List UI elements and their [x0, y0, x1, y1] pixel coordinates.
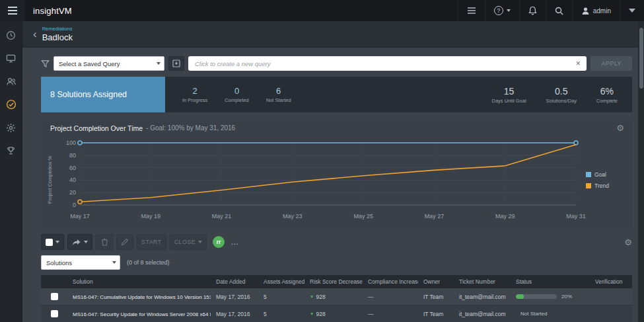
svg-text:20: 20 [69, 189, 76, 196]
sidebar-item-goals[interactable] [5, 145, 18, 157]
status-progress-bar [516, 294, 557, 299]
page-title: Badlock [42, 32, 73, 42]
chart-legend: Goal Trend [586, 136, 627, 223]
query-input[interactable] [188, 56, 587, 71]
start-button[interactable]: START [137, 234, 166, 250]
chart-panel: Project Completion Over Time - Goal: 100… [41, 118, 632, 227]
notifications-button[interactable] [519, 0, 546, 21]
column-header[interactable]: Owner [418, 278, 454, 285]
help-button[interactable]: ? [485, 0, 519, 21]
compliance-cell: — [363, 311, 418, 317]
column-header[interactable]: Status [511, 278, 590, 285]
table-row[interactable]: MS16-047: Security Update for Windows Se… [41, 305, 632, 322]
sidebar-item-remediations[interactable] [5, 99, 18, 110]
solutions-toolbar: START CLOSE IT … ⚙ [41, 234, 632, 250]
chart-title: Project Completion Over Time [50, 124, 143, 132]
sidebar-item-history[interactable] [5, 29, 18, 41]
view-select[interactable]: Solutions [41, 255, 120, 270]
monitor-icon [6, 54, 16, 63]
table-body: MS16-047: Cumulative Update for Windows … [41, 288, 632, 322]
more-options-icon[interactable]: … [228, 237, 242, 247]
svg-text:May 31: May 31 [566, 213, 586, 220]
apply-button[interactable]: APPLY [590, 56, 632, 71]
users-icon [6, 77, 17, 87]
column-header[interactable]: Risk Score Decrease [304, 278, 363, 285]
user-menu-button[interactable]: admin [572, 0, 620, 21]
row-checkbox[interactable] [51, 293, 58, 300]
task-list-button[interactable] [458, 0, 485, 21]
chart-y-axis-label: Project Completion % [45, 136, 54, 223]
select-all-dropdown[interactable] [41, 234, 64, 250]
save-icon [172, 60, 180, 67]
pencil-icon [121, 238, 129, 246]
back-chevron-icon[interactable]: ‹ [28, 28, 42, 40]
column-header[interactable]: Date Added [211, 278, 258, 285]
hamburger-menu-icon[interactable] [0, 0, 25, 21]
svg-text:May 17: May 17 [70, 213, 90, 220]
risk-decrease-icon: ▼ [310, 311, 314, 316]
assign-dropdown[interactable] [67, 234, 92, 250]
panel-collapse-button[interactable] [620, 0, 644, 21]
search-button[interactable] [546, 0, 572, 21]
date-added-cell: May 17, 2016 [211, 311, 258, 317]
filter-icon [41, 60, 50, 68]
solutions-table: SolutionDate AddedAssets AssignedRisk Sc… [41, 275, 632, 322]
chevron-down-icon [629, 9, 635, 13]
svg-text:May 25: May 25 [353, 213, 373, 220]
column-header[interactable]: Solution [67, 278, 211, 285]
table-controls: Solutions (0 of 8 selected) [41, 255, 632, 270]
stat-in-progress: 2 In Progress [182, 86, 207, 103]
svg-text:0: 0 [73, 202, 76, 208]
trash-icon [101, 238, 108, 246]
stat-solutions-per-day: 0.5 Solutions/Day [546, 86, 577, 104]
user-icon [581, 7, 590, 15]
svg-text:May 23: May 23 [283, 213, 303, 220]
table-row[interactable]: MS16-047: Cumulative Update for Windows … [41, 288, 632, 305]
solution-cell[interactable]: MS16-047: Security Update for Windows Se… [67, 311, 211, 317]
svg-text:May 21: May 21 [212, 213, 232, 220]
breadcrumb[interactable]: Remediations [42, 26, 73, 32]
status-text: Not Started [520, 311, 547, 317]
owner-cell: IT Team [418, 294, 454, 300]
chart-settings-gear-icon[interactable]: ⚙ [616, 124, 624, 132]
clear-query-icon[interactable]: × [572, 58, 584, 69]
bell-icon [528, 6, 537, 15]
table-settings-gear-icon[interactable]: ⚙ [624, 238, 632, 247]
column-header[interactable]: Ticket Number [454, 278, 511, 285]
stat-days-until-goal: 15 Days Until Goal [492, 86, 526, 104]
column-header[interactable]: Assets Assigned [258, 278, 304, 285]
scrollbar-thumb[interactable] [639, 28, 643, 89]
column-header[interactable]: Compliance Increase [363, 278, 418, 285]
row-checkbox[interactable] [51, 310, 58, 317]
svg-text:60: 60 [69, 165, 76, 171]
sidebar-item-console[interactable] [5, 52, 18, 64]
solution-cell[interactable]: MS16-047: Cumulative Update for Windows … [67, 294, 211, 300]
saved-query-select[interactable]: Select a Saved Query [54, 56, 164, 71]
breadcrumb-bar: ‹ Remediations Badlock [22, 21, 644, 48]
username: admin [593, 7, 611, 15]
risk-decrease-icon: ▼ [310, 294, 314, 299]
column-header[interactable]: Verification [590, 278, 632, 285]
search-icon [555, 7, 563, 15]
svg-text:May 29: May 29 [495, 213, 515, 220]
sidebar-item-users[interactable] [5, 75, 18, 87]
vertical-scrollbar[interactable] [638, 21, 644, 322]
solutions-assigned-highlight[interactable]: 8 Solutions Assigned [41, 77, 165, 112]
edit-button[interactable] [116, 234, 133, 250]
ticket-number-cell: it_team@mail.com [454, 294, 511, 300]
sidebar-item-automation[interactable] [5, 122, 18, 134]
save-query-button[interactable] [168, 56, 184, 71]
delete-button[interactable] [96, 234, 113, 250]
stat-not-started: 6 Not Started [266, 86, 291, 103]
check-circle-icon [6, 99, 17, 110]
line-chart: 020406080100May 17May 19May 21May 23May … [54, 136, 586, 223]
gear-icon [6, 123, 16, 133]
trophy-icon [6, 146, 16, 156]
top-bar: insightVM ? admin [0, 0, 644, 21]
close-dropdown[interactable]: CLOSE [170, 234, 207, 250]
owner-avatar[interactable]: IT [213, 236, 225, 248]
trend-swatch [586, 183, 591, 188]
assets-assigned-cell: 5 [258, 294, 304, 300]
chevron-down-icon [55, 241, 59, 243]
app-logo: insightVM [33, 6, 72, 16]
